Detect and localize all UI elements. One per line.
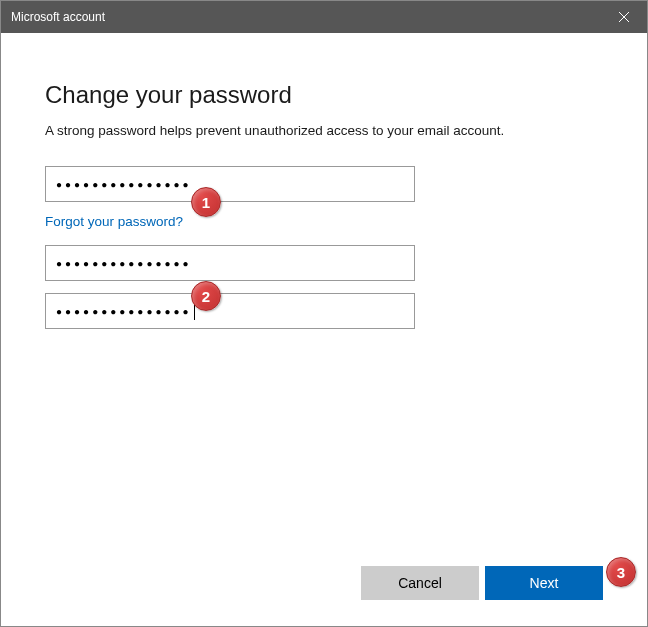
content-area: Change your password A strong password h…	[1, 33, 647, 329]
page-subtext: A strong password helps prevent unauthor…	[45, 123, 603, 138]
next-button[interactable]: Next	[485, 566, 603, 600]
annotation-marker-3: 3	[606, 557, 636, 587]
new-password-input[interactable]: ●●●●●●●●●●●●●●●	[45, 245, 415, 281]
close-icon	[619, 12, 629, 22]
confirm-password-value: ●●●●●●●●●●●●●●●	[56, 306, 192, 317]
annotation-marker-2: 2	[191, 281, 221, 311]
current-password-input[interactable]: ●●●●●●●●●●●●●●●	[45, 166, 415, 202]
window-titlebar: Microsoft account	[1, 1, 647, 33]
current-password-value: ●●●●●●●●●●●●●●●	[56, 179, 192, 190]
confirm-password-input[interactable]: ●●●●●●●●●●●●●●●	[45, 293, 415, 329]
forgot-password-link[interactable]: Forgot your password?	[45, 214, 183, 229]
annotation-marker-1: 1	[191, 187, 221, 217]
cancel-button[interactable]: Cancel	[361, 566, 479, 600]
close-button[interactable]	[601, 1, 647, 33]
window-title: Microsoft account	[11, 10, 105, 24]
page-heading: Change your password	[45, 81, 603, 109]
new-password-value: ●●●●●●●●●●●●●●●	[56, 258, 192, 269]
dialog-footer: Cancel Next	[361, 566, 603, 600]
